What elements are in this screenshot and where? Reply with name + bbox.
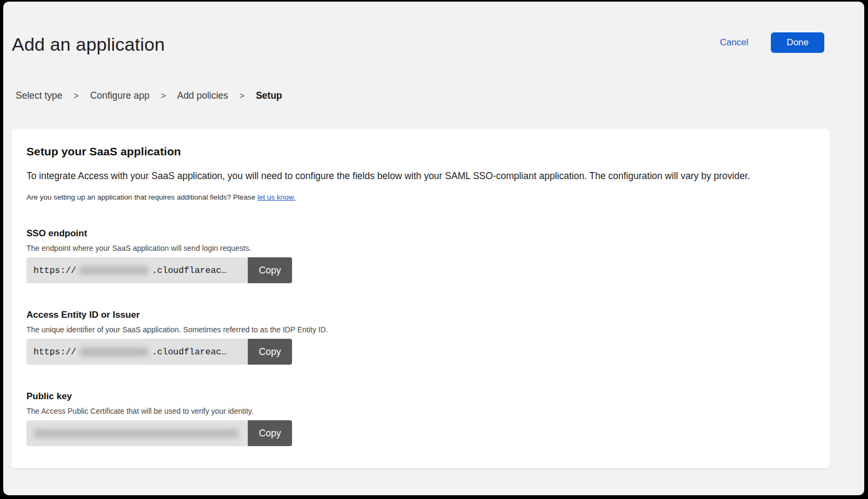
breadcrumb-item-setup[interactable]: Setup	[256, 90, 282, 101]
value-row: https://.cloudflareac… Copy	[26, 257, 292, 283]
done-button[interactable]: Done	[771, 32, 824, 53]
value-suffix: .cloudflareac…	[152, 347, 227, 357]
field-description: The endpoint where your SaaS application…	[26, 244, 815, 252]
copy-button[interactable]: Copy	[248, 420, 292, 446]
value-suffix: .cloudflareac…	[152, 265, 227, 276]
field-public-key: Public key The Access Public Certificate…	[26, 391, 815, 446]
cancel-button[interactable]: Cancel	[720, 37, 748, 48]
card-note: Are you setting up an application that r…	[26, 193, 815, 201]
card-intro: To integrate Access with your SaaS appli…	[26, 170, 815, 182]
breadcrumb-item-add-policies[interactable]: Add policies	[177, 90, 228, 101]
field-sso-endpoint: SSO endpoint The endpoint where your Saa…	[26, 228, 815, 283]
setup-card: Setup your SaaS application To integrate…	[11, 128, 830, 469]
redacted-value	[33, 429, 239, 438]
breadcrumb: Select type > Configure app > Add polici…	[16, 90, 282, 101]
field-label: SSO endpoint	[26, 228, 815, 239]
field-label: Access Entity ID or Issuer	[26, 310, 815, 320]
copy-button[interactable]: Copy	[248, 257, 292, 283]
value-prefix: https://	[33, 265, 76, 276]
breadcrumb-item-configure-app[interactable]: Configure app	[90, 90, 150, 101]
app-screen: Add an application Cancel Done Select ty…	[3, 2, 864, 495]
field-label: Public key	[26, 391, 815, 402]
value-row: Copy	[26, 420, 292, 446]
public-key-value	[26, 420, 248, 446]
value-row: https://.cloudflareac… Copy	[26, 339, 292, 365]
field-access-entity-id: Access Entity ID or Issuer The unique id…	[26, 310, 815, 365]
redacted-value	[79, 266, 149, 275]
access-entity-id-value: https://.cloudflareac…	[26, 339, 248, 365]
breadcrumb-separator: >	[74, 91, 79, 101]
value-prefix: https://	[33, 347, 76, 357]
breadcrumb-separator: >	[240, 91, 245, 101]
header-actions: Cancel Done	[720, 32, 824, 53]
breadcrumb-separator: >	[161, 91, 166, 101]
field-description: The Access Public Certificate that will …	[26, 407, 815, 415]
redacted-value	[79, 347, 149, 357]
page-title: Add an application	[12, 34, 165, 55]
breadcrumb-item-select-type[interactable]: Select type	[16, 90, 63, 101]
copy-button[interactable]: Copy	[248, 339, 292, 365]
card-note-text: Are you setting up an application that r…	[26, 193, 257, 201]
let-us-know-link[interactable]: let us know.	[257, 193, 296, 201]
card-heading: Setup your SaaS application	[26, 145, 815, 158]
sso-endpoint-value: https://.cloudflareac…	[26, 257, 248, 283]
field-description: The unique identifier of your SaaS appli…	[26, 325, 815, 334]
